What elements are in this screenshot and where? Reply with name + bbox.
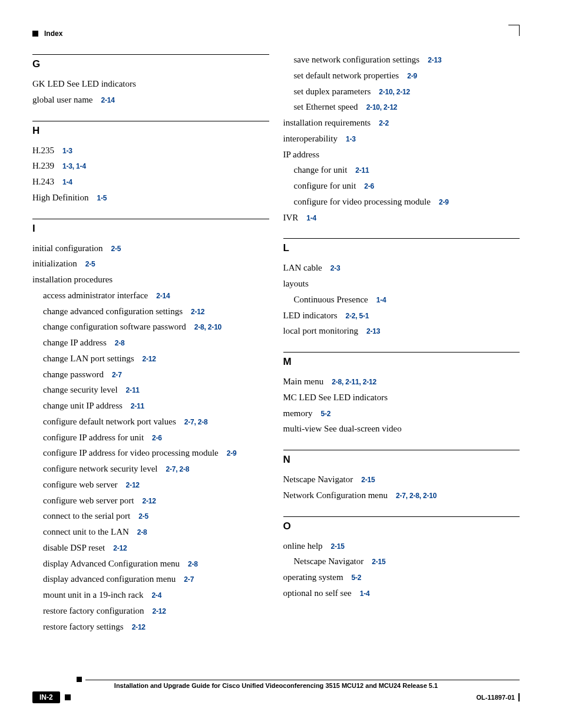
- page-ref-link[interactable]: 2-15: [372, 558, 385, 566]
- index-entry: Netscape Navigator2-15: [283, 474, 520, 485]
- index-term: save network configuration settings: [294, 55, 420, 64]
- page-ref-link[interactable]: 2-12: [153, 607, 166, 615]
- page-ref-link[interactable]: 2-8, 2-11, 2-12: [332, 378, 376, 386]
- index-entry: configure web server2-12: [32, 479, 269, 490]
- page-ref-link[interactable]: 2-5: [111, 245, 121, 253]
- index-term: configure for unit: [294, 181, 356, 190]
- index-entry: Main menu2-8, 2-11, 2-12: [283, 376, 520, 387]
- index-entry: configure default network port values2-7…: [32, 416, 269, 427]
- index-term: set Ethernet speed: [294, 102, 358, 111]
- index-entry: installation requirements2-2: [283, 117, 520, 129]
- index-section: NNetscape Navigator2-15Network Configura…: [283, 450, 520, 501]
- page-ref-link[interactable]: 1-3: [62, 147, 72, 155]
- page-ref-link[interactable]: 2-9: [407, 72, 417, 80]
- index-term: local port monitoring: [283, 326, 358, 335]
- page-ref-link[interactable]: 2-13: [366, 327, 380, 335]
- index-entry: connect unit to the LAN2-8: [32, 526, 269, 538]
- footer-square-icon: [77, 677, 82, 682]
- page-ref-link[interactable]: 2-8: [188, 560, 198, 568]
- page-ref-link[interactable]: 1-4: [306, 214, 316, 222]
- page-ref-link[interactable]: 2-8: [115, 339, 125, 347]
- index-entry: connect to the serial port2-5: [32, 510, 269, 522]
- index-term: configure default network port values: [43, 417, 176, 426]
- page-ref-link[interactable]: 2-11: [126, 386, 140, 394]
- page-ref-link[interactable]: 2-12: [191, 308, 204, 316]
- page-ref-link[interactable]: 5-2: [321, 410, 331, 418]
- page-ref-link[interactable]: 2-7, 2-8: [166, 465, 190, 473]
- page-ref-link[interactable]: 2-11: [355, 166, 369, 174]
- page-ref-link[interactable]: 2-7, 2-8: [184, 418, 208, 426]
- page-ref-link[interactable]: 2-14: [101, 96, 114, 104]
- index-term: online help: [283, 541, 323, 551]
- page-ref-link[interactable]: 1-3, 1-4: [62, 162, 86, 170]
- index-term: High Definition: [32, 193, 88, 202]
- page-ref-link[interactable]: 2-5: [85, 260, 95, 268]
- index-entry: IP address: [283, 149, 520, 160]
- page-ref-link[interactable]: 1-3: [346, 135, 356, 143]
- page-ref-link[interactable]: 2-8, 2-10: [194, 323, 222, 331]
- index-term: Netscape Navigator: [283, 475, 353, 484]
- page-ref-link[interactable]: 2-6: [364, 182, 374, 190]
- index-entry: LAN cable2-3: [283, 262, 520, 274]
- index-entry: H.2431-4: [32, 176, 269, 187]
- index-term: multi-view See dual-screen video: [283, 424, 402, 433]
- index-term: display Advanced Configuration menu: [43, 559, 180, 568]
- index-entry: H.2351-3: [32, 145, 269, 156]
- index-entry: disable DSP reset2-12: [32, 542, 269, 554]
- index-entry: initialization2-5: [32, 258, 269, 269]
- page-ref-link[interactable]: 2-12: [126, 481, 140, 489]
- page-ref-link[interactable]: 2-12: [132, 623, 146, 631]
- index-entry: access administrator interface2-14: [32, 290, 269, 301]
- index-section: Oonline help2-15Netscape Navigator2-15op…: [283, 516, 520, 599]
- page-ref-link[interactable]: 2-7: [112, 371, 122, 379]
- page-ref-link[interactable]: 5-2: [352, 574, 362, 582]
- section-rule: [283, 238, 520, 239]
- index-term: initialization: [32, 259, 77, 268]
- page-ref-link[interactable]: 2-2, 5-1: [346, 312, 369, 320]
- index-entry: set default network properties2-9: [283, 70, 520, 81]
- page-ref-link[interactable]: 2-13: [428, 56, 441, 64]
- page-ref-link[interactable]: 2-5: [138, 512, 148, 521]
- section-rule: [32, 121, 269, 121]
- page-ref-link[interactable]: 1-5: [97, 194, 107, 202]
- page-ref-link[interactable]: 2-9: [227, 449, 237, 457]
- page-ref-link[interactable]: 2-12: [143, 355, 156, 363]
- page-ref-link[interactable]: 1-4: [360, 589, 370, 598]
- index-term: configure network security level: [43, 464, 158, 473]
- page-ref-link[interactable]: 2-10, 2-12: [366, 103, 398, 111]
- page-ref-link[interactable]: 2-2: [379, 119, 389, 127]
- section-letter: H: [32, 125, 269, 137]
- index-entry: change LAN port settings2-12: [32, 353, 269, 364]
- index-entry: configure IP address for video processin…: [32, 447, 269, 459]
- page-ref-link[interactable]: 2-9: [439, 198, 449, 206]
- index-term: memory: [283, 409, 313, 418]
- index-entry: display advanced configuration menu2-7: [32, 574, 269, 585]
- section-rule: [283, 450, 520, 450]
- page-ref-link[interactable]: 2-12: [113, 544, 127, 552]
- page-ref-link[interactable]: 2-7: [184, 575, 194, 584]
- index-term: display advanced configuration menu: [43, 574, 176, 584]
- footer-trailing-square-icon: [65, 694, 71, 700]
- page-ref-link[interactable]: 2-11: [131, 402, 144, 410]
- page-ref-link[interactable]: 2-4: [151, 591, 161, 599]
- page-ref-link[interactable]: 2-14: [156, 292, 170, 300]
- index-entry: IVR1-4: [283, 212, 520, 223]
- page-ref-link[interactable]: 2-12: [143, 497, 156, 505]
- index-section: Iinitial configuration2-5initialization2…: [32, 219, 269, 633]
- page-ref-link[interactable]: 1-4: [376, 296, 386, 304]
- index-section: save network configuration settings2-13s…: [283, 54, 520, 223]
- page-ref-link[interactable]: 2-15: [331, 542, 345, 551]
- page-ref-link[interactable]: 2-10, 2-12: [379, 88, 410, 96]
- footer-doc-title: Installation and Upgrade Guide for Cisco…: [32, 682, 520, 689]
- index-entry: set Ethernet speed2-10, 2-12: [283, 101, 520, 113]
- page-ref-link[interactable]: 2-3: [330, 264, 340, 272]
- page-ref-link[interactable]: 2-15: [361, 476, 375, 484]
- page-ref-link[interactable]: 1-4: [62, 178, 72, 186]
- index-entry: interoperability1-3: [283, 133, 520, 144]
- page-ref-link[interactable]: 2-7, 2-8, 2-10: [396, 492, 437, 500]
- index-term: change unit IP address: [43, 401, 123, 410]
- page-ref-link[interactable]: 2-6: [152, 434, 162, 442]
- index-term: restore factory settings: [43, 622, 124, 631]
- page-ref-link[interactable]: 2-8: [137, 528, 147, 536]
- index-term: initial configuration: [32, 243, 103, 253]
